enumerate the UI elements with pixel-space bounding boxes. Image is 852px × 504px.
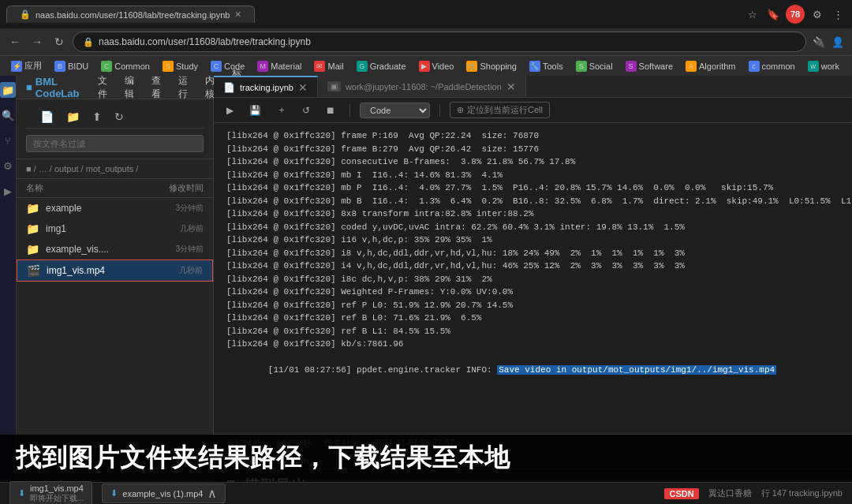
chevron-up-icon[interactable]: ∧ <box>207 486 217 501</box>
output-line-9: [libx264 @ 0x1ffc320] i16 v,h,dc,p: 35% … <box>226 233 852 247</box>
browser-nav: ← → ↻ 🔒 naas.baidu.com/user/11608/lab/tr… <box>0 28 852 55</box>
sidebar-extensions-icon[interactable]: ⚙ <box>0 158 16 174</box>
bookmark-common[interactable]: C Common <box>96 59 155 73</box>
bookmark-material[interactable]: M Material <box>252 59 306 73</box>
browser-tab-bar: 🔒 naas.baidu.com/user/11608/lab/tree/tra… <box>0 0 852 28</box>
status-downloads: ⬇ img1_vis.mp4 即将开始下载... ⬇ example_vis (… <box>9 481 226 505</box>
toolbar-sep2 <box>439 104 440 117</box>
bookmark-bidu[interactable]: B BIDU <box>50 59 93 73</box>
new-folder-button[interactable]: 📁 <box>62 109 84 125</box>
bookmark-apps[interactable]: ⚡ 应用 <box>6 58 47 73</box>
bookmark-video[interactable]: ▶ Video <box>414 59 459 73</box>
graduate-icon: G <box>357 61 368 72</box>
output-line-5: [libx264 @ 0x1ffc320] mb P I16..4: 4.0% … <box>226 181 852 195</box>
file-time: 3分钟前 <box>175 244 204 255</box>
notebook-tabs: 📄 tracking.ipynb ✕ ▣ work@jupyter-11608:… <box>214 76 852 98</box>
file-item-img1[interactable]: 📁 img1 几秒前 <box>17 218 213 239</box>
bookmark-icon[interactable]: 🔖 <box>765 6 781 22</box>
upload-button[interactable]: ⬆ <box>88 109 106 125</box>
settings-icon[interactable]: ⚙ <box>809 6 825 22</box>
bookmark-label: Common <box>114 62 150 71</box>
forward-button[interactable]: → <box>28 33 46 50</box>
file-item-example[interactable]: 📁 example 3分钟前 <box>17 198 213 218</box>
video-icon: ▶ <box>419 61 430 72</box>
code-icon: C <box>211 61 222 72</box>
bookmark-study[interactable]: S Study <box>158 59 203 73</box>
tab-tracking[interactable]: 📄 tracking.ipynb ✕ <box>214 76 318 97</box>
save-button[interactable]: 💾 <box>245 103 266 118</box>
file-search-input[interactable] <box>26 135 204 152</box>
new-file-button[interactable]: 📄 <box>36 109 58 125</box>
menu-view[interactable]: 查看 <box>144 72 169 103</box>
bookmark-common2[interactable]: c common <box>744 59 800 73</box>
address-bar[interactable]: 🔒 naas.baidu.com/user/11608/lab/tree/tra… <box>73 32 806 52</box>
file-time: 3分钟前 <box>175 203 204 214</box>
star-icon[interactable]: ☆ <box>745 6 760 22</box>
bookmark-shopping[interactable]: 🛒 Shopping <box>462 59 521 73</box>
locate-current-cell-button[interactable]: ⊕ 定位到当前运行Cell <box>450 102 550 118</box>
restart-button[interactable]: ↺ <box>297 103 315 118</box>
download-icon: ⬇ <box>18 488 25 498</box>
browser-tab-close[interactable]: ✕ <box>234 9 241 20</box>
tab-file-icon: 📄 <box>223 82 235 93</box>
output-line-17: [libx264 @ 0x1ffc320] kb/s:7861.96 <box>226 338 852 351</box>
menu-edit[interactable]: 编辑 <box>117 72 142 103</box>
refresh-button[interactable]: ↻ <box>110 109 129 125</box>
menu-icon[interactable]: ⋮ <box>830 6 846 22</box>
bookmark-graduate[interactable]: G Graduate <box>352 59 411 73</box>
reload-button[interactable]: ↻ <box>50 33 68 50</box>
sidebar-files-icon[interactable]: 📁 <box>0 82 16 98</box>
bookmark-software[interactable]: S Software <box>621 59 678 73</box>
bookmark-tools[interactable]: 🔧 Tools <box>525 59 568 73</box>
bookmark-mail[interactable]: ✉ Mail <box>309 59 348 73</box>
tab-close-button[interactable]: ✕ <box>506 80 516 93</box>
file-item-img1-vis[interactable]: 🎬 img1_vis.mp4 几秒前 <box>17 259 213 282</box>
bookmark-label: Mail <box>327 62 343 71</box>
lock-icon: 🔒 <box>83 37 94 47</box>
status-right: CSDN 翼达口香糖 行 147 tracking.ipynb <box>664 487 843 499</box>
output-line-16: [libx264 @ 0x1ffc320] ref B L1: 84.5% 15… <box>226 325 852 338</box>
bookmark-social[interactable]: S Social <box>571 59 618 73</box>
stop-button[interactable]: ⏹ <box>321 103 340 118</box>
tab-close-button[interactable]: ✕ <box>298 81 308 94</box>
output-line-1: [libx264 @ 0x1ffc320] frame P:169 Avg QP… <box>226 129 852 143</box>
social-icon: S <box>576 61 587 72</box>
bookmark-label: Study <box>176 62 198 71</box>
file-item-example-vis[interactable]: 📁 example_vis.... 3分钟前 <box>17 239 213 259</box>
tools-icon: 🔧 <box>529 61 540 72</box>
apps-icon: ⚡ <box>11 61 22 72</box>
bookmark-label: BIDU <box>68 62 88 71</box>
back-button[interactable]: ← <box>6 33 24 50</box>
tab-label: tracking.ipynb <box>240 83 293 92</box>
run-cell-button[interactable]: ▶ <box>222 103 238 118</box>
sidebar-search-icon[interactable]: 🔍 <box>0 107 16 123</box>
bookmark-work[interactable]: w work <box>803 59 844 73</box>
bookmark-algorithm[interactable]: A Algorithm <box>681 59 740 73</box>
bookmark-more[interactable]: » <box>847 60 852 73</box>
add-cell-button[interactable]: ＋ <box>272 101 291 119</box>
download-item-2[interactable]: ⬇ example_vis (1).mp4 ∧ <box>102 483 226 503</box>
tab-work[interactable]: ▣ work@jupyter-11608: ~/PaddleDetection … <box>318 76 526 97</box>
nav-actions: 🔌 👤 <box>811 34 846 50</box>
download-item-1[interactable]: ⬇ img1_vis.mp4 即将开始下载... <box>9 481 92 505</box>
browser-tab-icon: 🔒 <box>20 9 31 20</box>
sidebar-git-icon[interactable]: ⑂ <box>0 133 16 148</box>
software-icon: S <box>626 61 637 72</box>
bookmark-label: 应用 <box>24 60 42 72</box>
app-name: BML CodeLab <box>36 76 80 99</box>
mp4-icon: 🎬 <box>27 264 40 277</box>
browser-tab-active[interactable]: 🔒 naas.baidu.com/user/11608/lab/tree/tra… <box>6 6 255 23</box>
bookmark-label: Material <box>271 62 301 71</box>
file-name: img1_vis.mp4 <box>47 265 173 276</box>
user-icon[interactable]: 👤 <box>830 34 846 50</box>
menu-run[interactable]: 运行 <box>170 72 196 103</box>
extension-icon[interactable]: 🔌 <box>811 34 827 50</box>
sidebar-run-icon[interactable]: ▶ <box>0 183 16 199</box>
download-filename-2: example_vis (1).mp4 <box>122 489 203 498</box>
output-line-12: [libx264 @ 0x1ffc320] i8c dc,h,v,p: 38% … <box>226 273 852 286</box>
menu-file[interactable]: 文件 <box>90 72 115 103</box>
address-text: naas.baidu.com/user/11608/lab/tree/track… <box>99 36 311 47</box>
download-filename: img1_vis.mp4 <box>30 483 84 493</box>
work-icon: w <box>808 61 819 72</box>
cell-type-select[interactable]: Code Markdown <box>360 103 430 118</box>
